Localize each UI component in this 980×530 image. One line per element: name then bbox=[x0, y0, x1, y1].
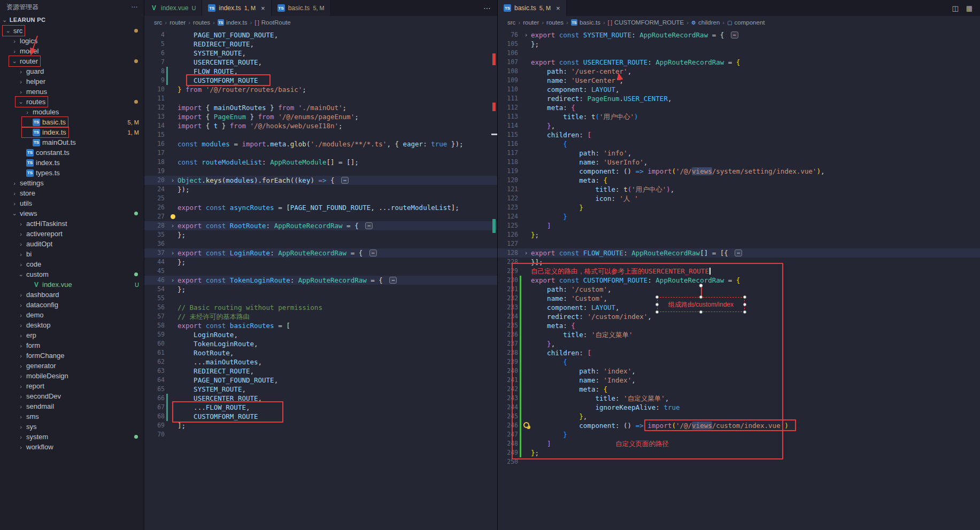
code-line-108[interactable]: 108 path: '/user-center', bbox=[498, 67, 980, 76]
code-line-118[interactable]: 118 name: 'UserInfo', bbox=[498, 158, 980, 167]
code-line-36[interactable]: 36 bbox=[144, 239, 497, 248]
code-line-121[interactable]: 121 title: t('用户中心'), bbox=[498, 185, 980, 194]
code-line-231[interactable]: 231 path: '/custom', bbox=[498, 285, 980, 294]
code-line-128[interactable]: 128›export const FLOW_ROUTE: AppRouteRec… bbox=[498, 248, 980, 258]
fold-chevron-icon[interactable]: › bbox=[168, 248, 178, 258]
code-line-9[interactable]: 9 CUSTOMFORM_ROUTE bbox=[144, 76, 497, 85]
tree-item-mainOut.ts[interactable]: TSmainOut.ts bbox=[0, 137, 144, 147]
code-line-61[interactable]: 61 RootRoute, bbox=[144, 348, 497, 357]
code-line-245[interactable]: 245 }, bbox=[498, 412, 980, 421]
tree-item-mobileDesign[interactable]: ›mobileDesign bbox=[0, 371, 144, 381]
split-editor-icon[interactable]: ◫ bbox=[952, 4, 958, 12]
code-line-35[interactable]: 35}; bbox=[144, 230, 497, 239]
tree-item-logics[interactable]: ›logics bbox=[0, 36, 144, 46]
breadcrumb-item-router[interactable]: router bbox=[523, 19, 539, 26]
code-line-68[interactable]: 68 CUSTOMFORM_ROUTE bbox=[144, 412, 497, 421]
breadcrumb-item-index.ts[interactable]: TSindex.ts bbox=[218, 19, 248, 26]
code-line-246[interactable]: 246 component: () => import('/@/views/cu… bbox=[498, 421, 980, 430]
tree-item-workflow[interactable]: ›workflow bbox=[0, 442, 144, 452]
code-line-5[interactable]: 5 REDIRECT_ROUTE, bbox=[144, 40, 497, 49]
code-line-238[interactable]: 238 children: [ bbox=[498, 348, 980, 357]
code-line-111[interactable]: 111 redirect: PageEnum.USER_CENTER, bbox=[498, 94, 980, 103]
code-line-124[interactable]: 124 } bbox=[498, 212, 980, 221]
tree-item-basic.ts[interactable]: TSbasic.ts5, M bbox=[0, 117, 144, 127]
code-line-62[interactable]: 62 ...mainOutRoutes, bbox=[144, 357, 497, 367]
code-line-57[interactable]: 57// 未经许可的基本路由 bbox=[144, 312, 497, 321]
code-line-76[interactable]: 76›export const SYSTEM_ROUTE: AppRouteRe… bbox=[498, 30, 980, 40]
code-line-235[interactable]: 235 meta: { bbox=[498, 321, 980, 330]
code-line-123[interactable]: 123 } bbox=[498, 203, 980, 212]
code-line-19[interactable]: 19 bbox=[144, 167, 497, 176]
code-line-112[interactable]: 112 meta: { bbox=[498, 103, 980, 112]
tree-item-router[interactable]: ⌄router bbox=[0, 56, 144, 66]
code-line-229[interactable]: 229自己定义的路由，格式可以参考上面的USERCENTER_ROUTE bbox=[498, 267, 980, 276]
project-section-header[interactable]: ⌄ LEARUN PC bbox=[0, 14, 144, 26]
code-line-110[interactable]: 110 component: LAYOUT, bbox=[498, 85, 980, 94]
code-line-37[interactable]: 37›export const LoginRoute: AppRouteReco… bbox=[144, 248, 497, 258]
code-line-60[interactable]: 60 TokenLoginRoute, bbox=[144, 339, 497, 348]
tree-item-generator[interactable]: ›generator bbox=[0, 361, 144, 371]
tree-item-index.ts[interactable]: TSindex.ts1, M bbox=[0, 127, 144, 137]
code-line-11[interactable]: 11 bbox=[144, 94, 497, 103]
code-line-247[interactable]: 247 } bbox=[498, 430, 980, 439]
code-line-248[interactable]: 248 ] 自定义页面的路径 bbox=[498, 439, 980, 448]
code-line-54[interactable]: 54}; bbox=[144, 285, 497, 294]
code-line-59[interactable]: 59 LoginRoute, bbox=[144, 330, 497, 339]
breadcrumb-item-src[interactable]: src bbox=[507, 19, 515, 26]
code-line-4[interactable]: 4 PAGE_NOT_FOUND_ROUTE, bbox=[144, 30, 497, 40]
tab-basic.ts[interactable]: TSbasic.ts5, M bbox=[272, 0, 331, 16]
tree-item-guard[interactable]: ›guard bbox=[0, 66, 144, 76]
code-line-232[interactable]: 232 name: 'Custom', bbox=[498, 294, 980, 303]
code-line-117[interactable]: 117 path: 'info', bbox=[498, 149, 980, 158]
fold-chevron-icon[interactable]: › bbox=[521, 30, 531, 40]
tree-item-menus[interactable]: ›menus bbox=[0, 87, 144, 97]
tree-item-form[interactable]: ›form bbox=[0, 340, 144, 350]
tree-item-formChange[interactable]: ›formChange bbox=[0, 350, 144, 361]
code-line-66[interactable]: 66 USERCENTER_ROUTE, bbox=[144, 394, 497, 403]
code-line-107[interactable]: 107export const USERCENTER_ROUTE: AppRou… bbox=[498, 58, 980, 67]
code-line-115[interactable]: 115 children: [ bbox=[498, 130, 980, 139]
code-line-228[interactable]: 228}]; bbox=[498, 258, 980, 267]
code-line-243[interactable]: 243 title: '自定义菜单', bbox=[498, 394, 980, 403]
code-line-236[interactable]: 236 title: '自定义菜单' bbox=[498, 330, 980, 339]
code-line-26[interactable]: 26export const asyncRoutes = [PAGE_NOT_F… bbox=[144, 203, 497, 212]
fold-chevron-icon[interactable]: › bbox=[168, 176, 178, 185]
breadcrumb-item-component[interactable]: ▢component bbox=[727, 19, 765, 26]
code-line-17[interactable]: 17 bbox=[144, 149, 497, 158]
tree-item-auditOpt[interactable]: ›auditOpt bbox=[0, 239, 144, 249]
code-line-45[interactable]: 45 bbox=[144, 267, 497, 276]
code-line-120[interactable]: 120 meta: { bbox=[498, 176, 980, 185]
code-line-18[interactable]: 18const routeModuleList: AppRouteModule[… bbox=[144, 158, 497, 167]
tree-item-sendmail[interactable]: ›sendmail bbox=[0, 401, 144, 411]
code-line-6[interactable]: 6 SYSTEM_ROUTE, bbox=[144, 49, 497, 58]
tree-item-actHiTaskinst[interactable]: ›actHiTaskinst bbox=[0, 219, 144, 229]
close-icon[interactable]: × bbox=[556, 4, 560, 12]
code-line-239[interactable]: 239 { bbox=[498, 357, 980, 367]
code-line-69[interactable]: 69]; bbox=[144, 421, 497, 430]
tree-item-erp[interactable]: ›erp bbox=[0, 330, 144, 340]
code-line-14[interactable]: 14import { t } from '/@/hooks/web/useI18… bbox=[144, 121, 497, 130]
code-line-127[interactable]: 127 bbox=[498, 239, 980, 248]
tab-basic.ts[interactable]: TSbasic.ts5, M× bbox=[498, 0, 567, 16]
tree-item-dataconfig[interactable]: ›dataconfig bbox=[0, 300, 144, 310]
tree-item-report[interactable]: ›report bbox=[0, 381, 144, 391]
tree-item-settings[interactable]: ›settings bbox=[0, 178, 144, 188]
tree-item-demo[interactable]: ›demo bbox=[0, 310, 144, 320]
code-line-119[interactable]: 119 component: () => import('/@/views/sy… bbox=[498, 167, 980, 176]
code-line-55[interactable]: 55 bbox=[144, 294, 497, 303]
tree-item-types.ts[interactable]: TStypes.ts bbox=[0, 168, 144, 178]
tree-item-views[interactable]: ⌄views bbox=[0, 208, 144, 219]
breadcrumb-item-CUSTOMFORM_ROUTE[interactable]: [ ]CUSTOMFORM_ROUTE bbox=[608, 19, 684, 26]
tree-item-routes[interactable]: ⌄routes bbox=[0, 97, 144, 107]
code-line-237[interactable]: 237 }, bbox=[498, 339, 980, 348]
more-actions-icon[interactable]: ⋯ bbox=[477, 0, 497, 16]
tree-item-index.vue[interactable]: Vindex.vueU bbox=[0, 279, 144, 290]
code-line-234[interactable]: 234 redirect: '/custom/index', bbox=[498, 312, 980, 321]
code-line-109[interactable]: 109 name: 'UserCenter', bbox=[498, 76, 980, 85]
code-line-230[interactable]: 230export const CUSTOMFORM_ROUTE: AppRou… bbox=[498, 276, 980, 285]
breadcrumb-item-basic.ts[interactable]: TSbasic.ts bbox=[571, 19, 600, 26]
code-line-105[interactable]: 105}; bbox=[498, 40, 980, 49]
tree-item-sys[interactable]: ›sys bbox=[0, 422, 144, 432]
tree-item-utils[interactable]: ›utils bbox=[0, 198, 144, 208]
code-line-64[interactable]: 64 PAGE_NOT_FOUND_ROUTE, bbox=[144, 376, 497, 385]
